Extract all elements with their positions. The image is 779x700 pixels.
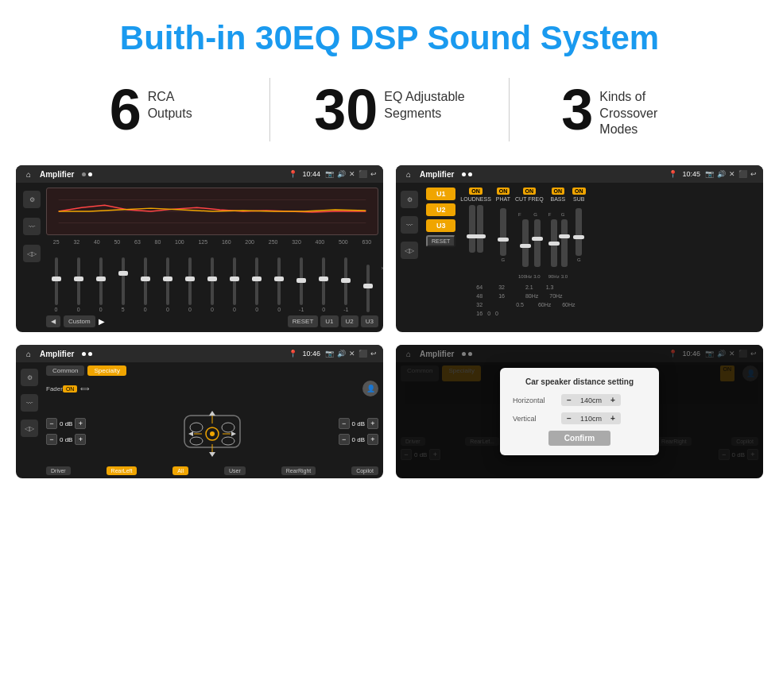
fader-on-btn[interactable]: ON	[63, 385, 78, 393]
bass-thumb2[interactable]	[559, 234, 570, 238]
u2-crossover-btn[interactable]: U2	[426, 203, 455, 216]
fader-sidebar-btn1[interactable]: ⚙	[21, 369, 38, 386]
slider-thumb-4[interactable]	[118, 271, 128, 276]
bass-label: BASS	[551, 196, 566, 202]
slider-track-11[interactable]	[277, 257, 281, 305]
prev-btn[interactable]: ◀	[46, 315, 60, 327]
tab-common[interactable]: Common	[46, 365, 84, 376]
slider-thumb-13[interactable]	[319, 277, 328, 281]
slider-thumb-9[interactable]	[230, 277, 239, 281]
slider-thumb-2[interactable]	[74, 277, 83, 281]
reset-btn[interactable]: RESET	[288, 315, 319, 327]
eq-sidebar-btn2[interactable]: 〰	[23, 218, 41, 235]
slider-thumb-5[interactable]	[141, 277, 150, 281]
freq-80: 80	[155, 239, 161, 245]
slider-track-10[interactable]	[255, 257, 258, 305]
fader-sidebar-btn3[interactable]: ◁▷	[21, 420, 38, 437]
bass-sliders: F 90Hz G	[548, 205, 568, 281]
slider-track-5[interactable]	[144, 257, 147, 305]
eq-freq-labels: 25 32 40 50 63 80 100 125 160 200 250 32…	[46, 238, 378, 246]
slider-track-9[interactable]	[233, 257, 236, 305]
bass-slider2[interactable]	[561, 219, 568, 267]
u1-btn[interactable]: U1	[320, 315, 338, 327]
reset-crossover-btn[interactable]: RESET	[426, 235, 455, 247]
db-minus-2[interactable]: −	[46, 434, 57, 445]
camera-icon-2: 📷	[705, 170, 714, 178]
slider-track-4[interactable]	[122, 257, 125, 305]
slider-col-11: 0	[269, 257, 289, 312]
slider-thumb-1[interactable]	[52, 277, 61, 281]
slider-track-12[interactable]	[300, 257, 303, 305]
all-btn[interactable]: All	[172, 466, 188, 475]
db-plus-2[interactable]: +	[75, 434, 86, 445]
db-minus-1[interactable]: −	[46, 418, 57, 429]
eq-sidebar-btn3[interactable]: ◁▷	[23, 245, 41, 262]
cutfreq-slider2[interactable]	[534, 219, 541, 267]
profile-icon[interactable]: 👤	[362, 381, 378, 396]
slider-thumb-7[interactable]	[185, 277, 195, 281]
loudness-on[interactable]: ON	[469, 188, 483, 195]
db-plus-3[interactable]: +	[367, 418, 378, 429]
slider-track-7[interactable]	[188, 257, 192, 305]
db-minus-4[interactable]: −	[339, 434, 350, 445]
status-dots-3	[82, 352, 92, 356]
copilot-btn[interactable]: Copilot	[351, 466, 378, 475]
slider-track-15[interactable]	[366, 265, 370, 312]
xo-sidebar-btn1[interactable]: ⚙	[401, 191, 418, 208]
rearright-btn[interactable]: RearRight	[281, 466, 316, 475]
slider-thumb-6[interactable]	[163, 277, 172, 281]
cutfreq-thumb1[interactable]	[520, 244, 531, 248]
xo-sidebar-btn2[interactable]: 〰	[401, 216, 418, 234]
phat-slider[interactable]	[500, 208, 506, 256]
cutfreq-slider1[interactable]	[522, 219, 529, 267]
sub-thumb[interactable]	[573, 235, 584, 239]
slider-track-14[interactable]	[344, 257, 347, 305]
sub-slider[interactable]	[576, 208, 582, 256]
freq-25: 25	[53, 239, 60, 245]
slider-track-13[interactable]	[322, 257, 325, 305]
confirm-button[interactable]: Confirm	[548, 431, 610, 446]
horizontal-plus[interactable]: +	[608, 396, 618, 404]
slider-thumb-10[interactable]	[252, 277, 262, 281]
phat-thumb[interactable]	[498, 238, 509, 242]
u3-btn[interactable]: U3	[361, 315, 378, 327]
play-btn[interactable]: ▶	[99, 317, 105, 326]
bass-slider1[interactable]	[551, 219, 557, 267]
db-plus-1[interactable]: +	[75, 418, 86, 429]
bass-on[interactable]: ON	[552, 188, 565, 195]
db-plus-4[interactable]: +	[367, 434, 378, 445]
loudness-slider2[interactable]	[477, 205, 483, 253]
slider-track-2[interactable]	[77, 257, 80, 305]
user-btn[interactable]: User	[224, 466, 246, 475]
u1-crossover-btn[interactable]: U1	[426, 188, 455, 200]
db-minus-3[interactable]: −	[339, 418, 350, 429]
tab-specialty[interactable]: Specialty	[87, 365, 126, 376]
slider-thumb-8[interactable]	[207, 277, 217, 281]
phat-on[interactable]: ON	[497, 188, 510, 195]
rearleft-btn[interactable]: RearLeft	[107, 466, 138, 475]
slider-thumb-3[interactable]	[96, 277, 106, 281]
driver-btn[interactable]: Driver	[46, 466, 71, 475]
cutfreq-thumb2[interactable]	[532, 237, 543, 241]
u3-crossover-btn[interactable]: U3	[426, 219, 455, 232]
horizontal-minus[interactable]: −	[564, 396, 574, 404]
cutfreq-on[interactable]: ON	[523, 188, 537, 195]
fader-sidebar-btn2[interactable]: 〰	[21, 394, 38, 412]
eq-sidebar-btn1[interactable]: ⚙	[23, 191, 41, 208]
xo-sidebar-btn3[interactable]: ◁▷	[401, 242, 418, 259]
slider-track-3[interactable]	[99, 257, 103, 305]
vertical-plus[interactable]: +	[608, 414, 618, 423]
slider-track-8[interactable]	[211, 257, 214, 305]
loudness-thumb2[interactable]	[475, 234, 486, 238]
slider-thumb-15[interactable]	[363, 284, 373, 288]
u2-btn[interactable]: U2	[341, 315, 358, 327]
slider-thumb-12[interactable]	[296, 278, 306, 283]
sub-on[interactable]: ON	[572, 188, 586, 195]
slider-track-1[interactable]	[55, 257, 58, 305]
slider-thumb-11[interactable]	[274, 277, 284, 281]
slider-track-6[interactable]	[166, 257, 169, 305]
vertical-minus[interactable]: −	[564, 414, 574, 423]
bass-thumb1[interactable]	[548, 242, 560, 246]
loudness-slider1[interactable]	[469, 205, 475, 253]
slider-thumb-14[interactable]	[341, 278, 351, 283]
